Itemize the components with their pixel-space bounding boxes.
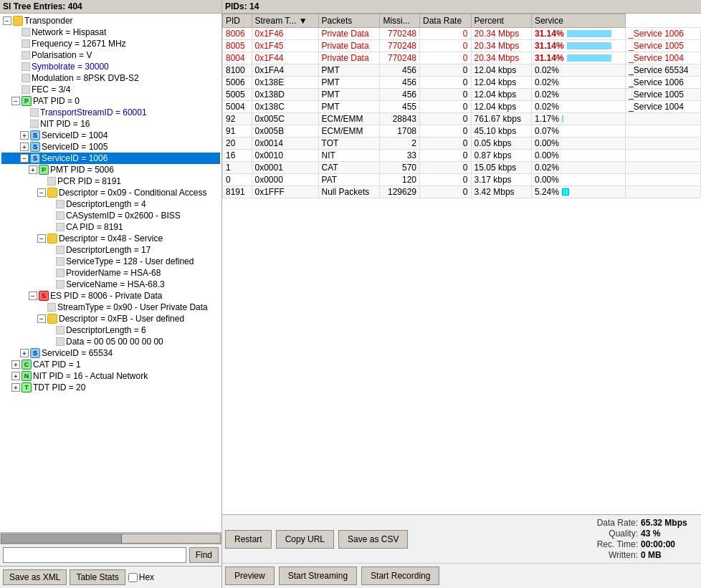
tree-area: TransponderNetwork = HispasatFrequency =… xyxy=(0,14,221,532)
table-row[interactable]: 50060x138EPMT456012.04 kbps0.02%_Service… xyxy=(223,77,701,89)
tree-item[interactable]: ProviderName = HSA-68 xyxy=(1,267,220,279)
tree-expander[interactable] xyxy=(11,360,20,369)
tree-expander[interactable] xyxy=(11,383,20,392)
tree-leaf-icon xyxy=(22,62,30,71)
tree-item[interactable]: StreamType = 0x90 - User Private Data xyxy=(1,302,220,313)
table-row[interactable]: 80040x1F44Private Data770248020.34 Mbps3… xyxy=(223,52,701,64)
table-row[interactable]: 81910x1FFFNull Packets12962903.42 Mbps5.… xyxy=(223,186,701,198)
percent-bar xyxy=(567,42,611,49)
table-row[interactable]: 920x005CECM/EMM288430761.67 kbps1.17% xyxy=(223,113,701,125)
table-row[interactable]: 10x0001CAT570015.05 kbps0.02% xyxy=(223,162,701,174)
tree-item[interactable]: FEC = 3/4 xyxy=(1,84,220,95)
tree-expander[interactable] xyxy=(3,16,11,25)
tree-item[interactable]: DescriptorLength = 17 xyxy=(1,244,220,256)
table-row[interactable]: 910x005BECM/EMM1708045.10 kbps0.07% xyxy=(223,125,701,138)
column-header-missi[interactable]: Missi... xyxy=(380,14,420,28)
cell-missing: 0 xyxy=(420,77,472,89)
tree-item[interactable]: ServiceName = HSA-68.3 xyxy=(1,279,220,290)
tree-item[interactable]: Modulation = 8PSK DVB-S2 xyxy=(1,72,220,84)
tree-expander xyxy=(37,303,46,312)
tree-item[interactable]: ServiceType = 128 - User defined xyxy=(1,256,220,267)
tree-item[interactable]: DescriptorLength = 4 xyxy=(1,198,220,210)
table-area: PIDStream T... ▼PacketsMissi...Data Rate… xyxy=(222,14,701,514)
tree-item[interactable]: Descriptor = 0x48 - Service xyxy=(1,233,220,244)
tree-item[interactable]: Network = Hispasat xyxy=(1,26,220,38)
tree-item[interactable]: Polarisation = V xyxy=(1,49,220,61)
tree-item-label: Symbolrate = 30000 xyxy=(32,62,109,72)
tree-item[interactable]: PCR PID = 8191 xyxy=(1,175,220,187)
table-row[interactable]: 80060x1F46Private Data770248020.34 Mbps3… xyxy=(223,28,701,40)
tree-item[interactable]: Frequency = 12671 MHz xyxy=(1,38,220,49)
tree-expander[interactable] xyxy=(20,154,29,163)
tree-item[interactable]: NNIT PID = 16 - Actual Network xyxy=(1,370,220,382)
tree-item[interactable]: CA PID = 8191 xyxy=(1,221,220,233)
tree-item[interactable]: PPMT PID = 5006 xyxy=(1,164,220,175)
restart-button[interactable]: Restart xyxy=(225,530,272,549)
tree-item[interactable]: SServiceID = 65534 xyxy=(1,347,220,359)
tree-item[interactable]: TTDT PID = 20 xyxy=(1,382,220,393)
tree-expander xyxy=(37,177,46,185)
column-header-datarate[interactable]: Data Rate xyxy=(420,14,472,28)
tree-item[interactable]: SServiceID = 1005 xyxy=(1,141,220,153)
table-row[interactable]: 200x0014TOT200.05 kbps0.00% xyxy=(223,138,701,150)
cell-pid: 8006 xyxy=(223,28,252,40)
column-header-pid[interactable]: PID xyxy=(223,14,252,28)
tree-expander[interactable] xyxy=(20,349,29,357)
tree-icon-t2: T xyxy=(22,382,32,392)
tree-leaf-icon xyxy=(47,177,56,185)
start-streaming-button[interactable]: Start Streaming xyxy=(279,567,357,585)
cell-stream-type: PMT xyxy=(318,77,380,89)
tree-icon-s-blue: S xyxy=(30,153,40,163)
tree-item[interactable]: Data = 00 05 00 00 00 00 xyxy=(1,336,220,347)
save-csv-button[interactable]: Save as CSV xyxy=(338,530,408,549)
tree-item[interactable]: CCAT PID = 1 xyxy=(1,359,220,370)
cell-service: _Service 1006 xyxy=(626,77,701,89)
tree-item[interactable]: NIT PID = 16 xyxy=(1,118,220,130)
tree-item[interactable]: Descriptor = 0xFB - User defined xyxy=(1,313,220,324)
column-header-percent[interactable]: Percent xyxy=(471,14,531,28)
column-header-packets[interactable]: Packets xyxy=(318,14,380,28)
search-input[interactable] xyxy=(3,547,186,563)
tree-expander[interactable] xyxy=(29,165,37,174)
tree-item[interactable]: SES PID = 8006 - Private Data xyxy=(1,290,220,302)
tree-item[interactable]: Descriptor = 0x09 - Conditional Access xyxy=(1,187,220,198)
tree-expander xyxy=(46,223,54,231)
tree-icon-folder xyxy=(13,16,23,26)
table-row[interactable]: 50050x138DPMT456012.04 kbps0.02%_Service… xyxy=(223,89,701,101)
tree-item-label: CAT PID = 1 xyxy=(33,360,81,370)
table-row[interactable]: 00x0000PAT12003.17 kbps0.00% xyxy=(223,174,701,186)
table-stats-button[interactable]: Table Stats xyxy=(70,569,125,585)
tree-expander[interactable] xyxy=(37,188,46,197)
column-header-streamt[interactable]: Stream T... ▼ xyxy=(252,14,318,28)
tree-expander xyxy=(46,280,54,289)
tree-item[interactable]: CASystemID = 0x2600 - BISS xyxy=(1,210,220,221)
copy-url-button[interactable]: Copy URL xyxy=(276,530,334,549)
start-recording-button[interactable]: Start Recording xyxy=(361,567,439,585)
preview-button[interactable]: Preview xyxy=(225,567,275,585)
save-xml-button[interactable]: Save as XML xyxy=(3,569,67,585)
tree-item[interactable]: Transponder xyxy=(1,15,220,26)
tree-expander[interactable] xyxy=(20,131,29,140)
hex-checkbox[interactable] xyxy=(128,573,138,582)
tree-expander[interactable] xyxy=(11,372,20,380)
find-button[interactable]: Find xyxy=(189,547,219,563)
cell-packets: 455 xyxy=(380,101,420,113)
tree-item[interactable]: SServiceID = 1004 xyxy=(1,130,220,141)
tree-expander[interactable] xyxy=(37,234,46,243)
table-row[interactable]: 50040x138CPMT455012.04 kbps0.02%_Service… xyxy=(223,101,701,113)
tree-item-label: ServiceID = 1006 xyxy=(42,153,108,163)
tree-expander[interactable] xyxy=(37,314,46,323)
table-row[interactable]: 80050x1F45Private Data770248020.34 Mbps3… xyxy=(223,40,701,52)
tree-expander[interactable] xyxy=(11,97,20,105)
tree-expander[interactable] xyxy=(20,143,29,151)
tree-item[interactable]: SServiceID = 1006 xyxy=(1,153,220,164)
table-row[interactable]: 81000x1FA4PMT456012.04 kbps0.02%_Service… xyxy=(223,64,701,77)
tree-item[interactable]: PPAT PID = 0 xyxy=(1,95,220,107)
tree-item[interactable]: Symbolrate = 30000 xyxy=(1,61,220,72)
table-row[interactable]: 160x0010NIT3300.87 kbps0.00% xyxy=(223,150,701,162)
tree-expander[interactable] xyxy=(29,291,37,300)
tree-item[interactable]: DescriptorLength = 6 xyxy=(1,324,220,336)
cell-packets: 770248 xyxy=(380,40,420,52)
tree-item[interactable]: TransportStreamID = 60001 xyxy=(1,107,220,118)
column-header-service[interactable]: Service xyxy=(531,14,625,28)
